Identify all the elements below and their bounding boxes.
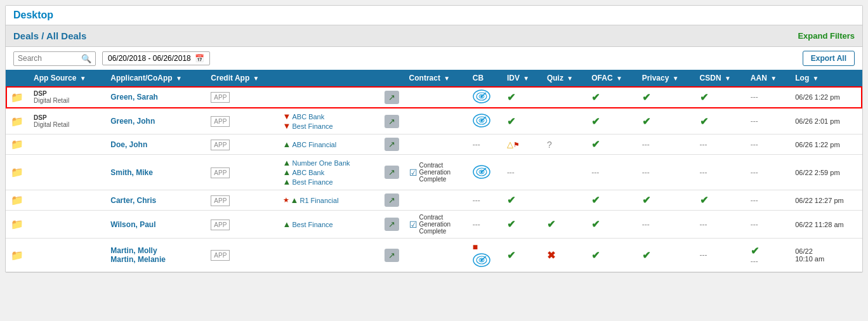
applicant-cell[interactable]: Doe, John (105, 134, 206, 155)
header-bar: Deals / All Deals Expand Filters (6, 25, 862, 47)
expand-filters-button[interactable]: Expand Filters (798, 31, 855, 41)
log-cell: 06/22 12:27 pm (790, 190, 862, 211)
toolbar: 🔍 06/20/2018 - 06/26/2018 📅 Export All (6, 47, 862, 70)
app-doc-icon[interactable]: APP (211, 250, 230, 261)
search-input[interactable] (18, 54, 81, 63)
table-row: 📁 DSP Digital Retail Green, Sarah APP ↗ … (6, 86, 862, 108)
aan-cell: --- (746, 211, 790, 239)
col-header-credit-app[interactable]: Credit App ▼ (206, 70, 277, 86)
expand-button[interactable]: ↗ (385, 138, 399, 151)
quiz-cell: ? (542, 134, 586, 155)
deals-table-container: App Source ▼ Applicant/CoApp ▼ Credit Ap… (6, 70, 862, 272)
app-doc-icon[interactable]: APP (211, 167, 230, 178)
credit-app-cell: APP (206, 134, 277, 155)
col-header-csdn[interactable]: CSDN ▼ (695, 70, 746, 86)
applicant-cell[interactable]: Wilson, Paul (105, 211, 206, 239)
col-header-folder (6, 70, 29, 86)
applicant-cell[interactable]: Carter, Chris (105, 190, 206, 211)
log-cell: 06/22 2:59 pm (790, 155, 862, 190)
log-cell: 06/26 2:01 pm (790, 108, 862, 134)
app-doc-icon[interactable]: APP (211, 116, 230, 127)
ofac-cell: --- (586, 155, 636, 190)
applicant-cell[interactable]: Smith, Mike (105, 155, 206, 190)
ofac-cell: ✔ (586, 211, 636, 239)
table-row: 📁 Doe, John APP ▲ABC Financial ↗ ---△⚑?✔… (6, 134, 862, 155)
date-range-picker[interactable]: 06/20/2018 - 06/26/2018 📅 (102, 51, 210, 65)
banks-cell: ▲Number One Bank▲ABC Bank▲Best Finance (278, 155, 379, 190)
main-container: Desktop Deals / All Deals Expand Filters… (5, 5, 863, 273)
app-source-cell (29, 239, 105, 272)
cb-cell: --- (468, 190, 502, 211)
expand-cell[interactable]: ↗ (379, 239, 404, 272)
cb-cell: ■ (468, 239, 502, 272)
col-header-app-source[interactable]: App Source ▼ (29, 70, 105, 86)
aan-cell: --- (746, 134, 790, 155)
col-header-cb: CB (468, 70, 502, 86)
applicant-cell[interactable]: Green, Sarah (105, 86, 206, 108)
folder-icon-cell[interactable]: 📁 (6, 134, 29, 155)
col-header-spacer (278, 70, 379, 86)
col-header-ofac[interactable]: OFAC ▼ (586, 70, 636, 86)
col-header-aan[interactable]: AAN ▼ (746, 70, 790, 86)
credit-app-cell: APP (206, 239, 277, 272)
folder-icon-cell[interactable]: 📁 (6, 239, 29, 272)
folder-icon-cell[interactable]: 📁 (6, 155, 29, 190)
folder-icon-cell[interactable]: 📁 (6, 108, 29, 134)
folder-icon-cell[interactable]: 📁 (6, 86, 29, 108)
expand-cell[interactable]: ↗ (379, 211, 404, 239)
col-header-applicant[interactable]: Applicant/CoApp ▼ (105, 70, 206, 86)
table-row: 📁 Carter, Chris APP ★▲R1 Financial ↗ ---… (6, 190, 862, 211)
app-doc-icon[interactable]: APP (211, 92, 230, 103)
idv-cell: ✔ (502, 211, 542, 239)
date-range-value: 06/20/2018 - 06/26/2018 (108, 54, 191, 63)
table-row: 📁 Martin, MollyMartin, Melanie APP ↗ ■ ✔… (6, 239, 862, 272)
app-source-cell (29, 211, 105, 239)
idv-cell: ✔ (502, 86, 542, 108)
app-doc-icon[interactable]: APP (211, 219, 230, 230)
col-header-log[interactable]: Log ▼ (790, 70, 862, 86)
calendar-icon: 📅 (195, 54, 204, 63)
applicant-cell[interactable]: Green, John (105, 108, 206, 134)
quiz-cell: ✔ (542, 211, 586, 239)
csdn-cell: ✔ (695, 190, 746, 211)
ofac-cell: ✔ (586, 134, 636, 155)
folder-icon-cell[interactable]: 📁 (6, 190, 29, 211)
col-header-contract[interactable]: Contract ▼ (404, 70, 468, 86)
expand-button[interactable]: ↗ (385, 166, 399, 179)
expand-cell[interactable]: ↗ (379, 108, 404, 134)
col-header-privacy[interactable]: Privacy ▼ (637, 70, 695, 86)
table-row: 📁 Wilson, Paul APP ▲Best Finance ↗ ☑ Con… (6, 211, 862, 239)
banks-cell: ▲Best Finance (278, 211, 379, 239)
table-row: 📁 DSP Digital Retail Green, John APP ▼AB… (6, 108, 862, 134)
expand-button[interactable]: ↗ (385, 218, 399, 231)
table-header-row: App Source ▼ Applicant/CoApp ▼ Credit Ap… (6, 70, 862, 86)
expand-cell[interactable]: ↗ (379, 86, 404, 108)
col-header-idv[interactable]: IDV ▼ (502, 70, 542, 86)
expand-cell[interactable]: ↗ (379, 134, 404, 155)
expand-cell[interactable]: ↗ (379, 190, 404, 211)
app-doc-icon[interactable]: APP (211, 140, 230, 150)
expand-button[interactable]: ↗ (385, 193, 399, 207)
export-all-button[interactable]: Export All (803, 51, 855, 66)
aan-cell: --- (746, 190, 790, 211)
contract-cell (404, 190, 468, 211)
search-icon: 🔍 (81, 54, 91, 63)
expand-button[interactable]: ↗ (385, 91, 399, 104)
col-header-quiz[interactable]: Quiz ▼ (542, 70, 586, 86)
expand-button[interactable]: ↗ (385, 249, 399, 262)
expand-cell[interactable]: ↗ (379, 155, 404, 190)
idv-cell: ✔ (502, 108, 542, 134)
table-row: 📁 Smith, Mike APP ▲Number One Bank▲ABC B… (6, 155, 862, 190)
search-box: 🔍 (13, 51, 96, 66)
banks-cell (278, 86, 379, 108)
cb-cell (468, 108, 502, 134)
csdn-cell: --- (695, 239, 746, 272)
applicant-cell[interactable]: Martin, MollyMartin, Melanie (105, 239, 206, 272)
privacy-cell: ✔ (637, 108, 695, 134)
ofac-cell: ✔ (586, 86, 636, 108)
folder-icon-cell[interactable]: 📁 (6, 211, 29, 239)
expand-button[interactable]: ↗ (385, 115, 399, 128)
contract-cell (404, 108, 468, 134)
aan-cell: --- (746, 108, 790, 134)
app-doc-icon[interactable]: APP (211, 195, 230, 206)
